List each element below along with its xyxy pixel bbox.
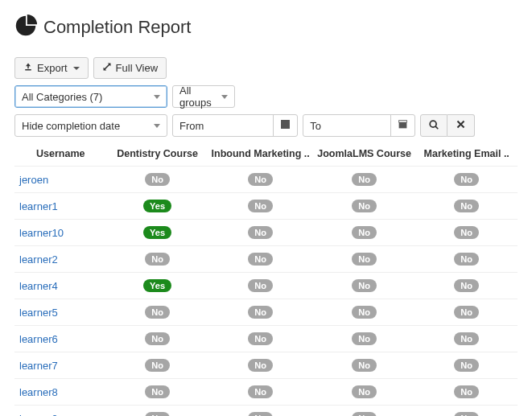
status-badge-no: No [248, 173, 273, 186]
table-row: learner6NoNoNoNo [14, 326, 518, 352]
status-badge-no: No [454, 279, 479, 292]
status-badge-no: No [454, 253, 479, 266]
page-title: Completion Report [43, 17, 191, 38]
status-badge-no: No [352, 200, 377, 212]
user-link[interactable]: learner9 [19, 413, 58, 417]
date-from-group: From [172, 114, 298, 137]
status-badge-no: No [454, 173, 479, 186]
col-course-2[interactable]: Inbound Marketing .. [208, 143, 313, 167]
status-badge-no: No [248, 253, 273, 266]
status-badge-no: No [248, 412, 273, 416]
user-link[interactable]: learner5 [19, 307, 58, 319]
search-clear-group [420, 114, 475, 137]
from-calendar-button[interactable] [273, 115, 297, 136]
status-badge-no: No [145, 173, 170, 186]
table-row: learner5NoNoNoNo [14, 299, 518, 326]
status-badge-no: No [352, 412, 377, 416]
groups-select[interactable]: All groups [172, 85, 235, 108]
col-course-4[interactable]: Marketing Email .. [415, 143, 518, 167]
user-link[interactable]: learner2 [19, 253, 58, 266]
status-badge-no: No [248, 385, 273, 398]
caret-down-icon [154, 95, 160, 99]
status-badge-no: No [454, 226, 479, 239]
status-badge-no: No [352, 385, 377, 398]
completion-date-select[interactable]: Hide completion date [14, 114, 167, 137]
category-select-label: All Categories (7) [22, 91, 102, 103]
user-link[interactable]: jeroen [19, 174, 48, 186]
from-date-input[interactable] [210, 115, 273, 136]
export-button[interactable]: Export [14, 57, 89, 79]
status-badge-no: No [352, 226, 377, 239]
status-badge-no: No [352, 306, 377, 319]
export-label: Export [37, 62, 68, 74]
caret-down-icon [73, 67, 80, 70]
user-link[interactable]: learner1 [19, 200, 58, 212]
table-row: jeroenNoNoNoNo [14, 167, 518, 193]
full-view-label: Full View [116, 62, 159, 74]
status-badge-no: No [145, 412, 170, 416]
col-course-3[interactable]: JoomlaLMS Course [313, 143, 416, 167]
search-button[interactable] [420, 114, 447, 137]
status-badge-no: No [352, 173, 377, 186]
clear-button[interactable] [447, 114, 475, 137]
table-row: learner10YesNoNoNo [14, 220, 518, 246]
status-badge-no: No [352, 279, 377, 292]
upload-icon [23, 62, 33, 74]
full-view-button[interactable]: Full View [93, 57, 167, 79]
status-badge-no: No [145, 385, 170, 398]
status-badge-yes: Yes [143, 279, 171, 292]
status-badge-no: No [248, 306, 273, 319]
table-row: learner1YesNoNoNo [14, 193, 518, 220]
status-badge-no: No [145, 306, 170, 319]
calendar-icon [280, 119, 291, 132]
svg-line-4 [435, 126, 438, 129]
completion-table: Username Dentistry Course Inbound Market… [14, 143, 518, 416]
to-date-input[interactable] [328, 115, 390, 136]
user-link[interactable]: learner10 [19, 227, 64, 239]
table-row: learner9NoNoNoNo [14, 406, 518, 417]
status-badge-no: No [352, 253, 377, 266]
status-badge-no: No [352, 359, 377, 372]
table-row: learner4YesNoNoNo [14, 273, 518, 299]
user-link[interactable]: learner4 [19, 280, 58, 292]
status-badge-no: No [248, 279, 273, 292]
user-link[interactable]: learner6 [19, 333, 58, 345]
svg-rect-0 [282, 122, 290, 128]
status-badge-no: No [145, 359, 170, 372]
table-row: learner8NoNoNoNo [14, 379, 518, 406]
to-label: To [303, 120, 328, 132]
user-link[interactable]: learner8 [19, 386, 58, 398]
page-header: Completion Report [14, 14, 518, 39]
status-badge-no: No [454, 412, 479, 416]
to-calendar-button[interactable] [390, 115, 414, 136]
status-badge-no: No [454, 385, 479, 398]
status-badge-yes: Yes [143, 200, 171, 212]
status-badge-no: No [145, 332, 170, 345]
status-badge-no: No [352, 332, 377, 345]
calendar-icon [398, 119, 408, 132]
date-to-group: To [303, 114, 415, 137]
caret-down-icon [221, 95, 228, 99]
col-course-1[interactable]: Dentistry Course [107, 143, 208, 167]
status-badge-no: No [454, 200, 479, 212]
svg-rect-1 [399, 122, 407, 128]
svg-point-3 [430, 121, 436, 127]
status-badge-no: No [454, 332, 479, 345]
category-select[interactable]: All Categories (7) [14, 85, 167, 108]
user-link[interactable]: learner7 [19, 360, 58, 372]
expand-icon [102, 62, 112, 74]
status-badge-no: No [248, 332, 273, 345]
search-icon [428, 119, 439, 133]
pie-chart-icon [14, 14, 43, 39]
from-label: From [173, 120, 210, 132]
caret-down-icon [154, 124, 160, 128]
filter-row-2: Hide completion date From To [14, 114, 518, 137]
status-badge-no: No [454, 359, 479, 372]
status-badge-no: No [454, 306, 479, 319]
groups-select-label: All groups [179, 84, 215, 109]
status-badge-no: No [145, 253, 170, 266]
status-badge-no: No [248, 200, 273, 212]
col-username[interactable]: Username [14, 143, 107, 167]
table-row: learner2NoNoNoNo [14, 246, 518, 273]
table-header-row: Username Dentistry Course Inbound Market… [14, 143, 518, 167]
